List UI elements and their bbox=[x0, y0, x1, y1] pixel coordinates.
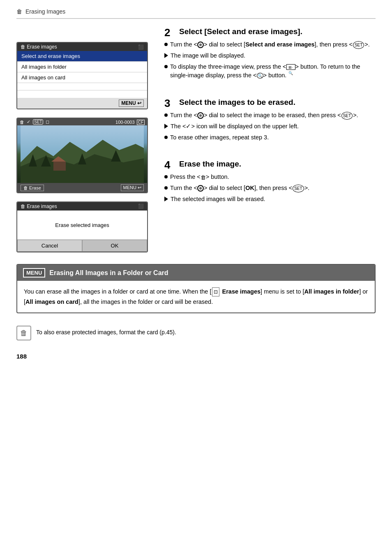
screen-icon-1: ⬛ bbox=[138, 44, 144, 50]
step-4-arrow-1: The selected images will be erased. bbox=[164, 195, 376, 204]
screen-titlebar-1: 🗑 Erase images ⬛ bbox=[17, 43, 147, 51]
note-icon: 🗑 bbox=[16, 326, 31, 340]
photo-trash-icon: 🗑 bbox=[20, 120, 24, 125]
bottom-header: MENU Erasing All Images in a Folder or C… bbox=[17, 265, 375, 281]
screen-title-1: 🗑 Erase images bbox=[21, 44, 57, 50]
photo-status-left: 🗑 ✓ SET ◻ bbox=[20, 119, 49, 125]
step-3-bullet-1-text: Turn the <> dial to select the image to … bbox=[170, 111, 358, 120]
mountain-svg bbox=[17, 125, 147, 183]
step-4-bullet-1: Press the <🗑> button. bbox=[164, 173, 376, 182]
photo-set-icon: SET bbox=[33, 119, 43, 125]
step-3-title: Select the images to be erased. bbox=[179, 98, 295, 107]
step-4-title: Erase the image. bbox=[179, 160, 241, 169]
erase-confirm-buttons: Cancel OK bbox=[17, 239, 147, 252]
step-4-header: 4 Erase the image. bbox=[164, 160, 376, 170]
step-3-bullet-2: To erase other images, repeat step 3. bbox=[164, 133, 376, 142]
erase-confirm-titlebar: 🗑 Erase images ⬛ bbox=[17, 202, 147, 211]
step-4-body: Press the <🗑> button. Turn the <> dial t… bbox=[164, 173, 376, 204]
note-section: 🗑 To also erase protected images, format… bbox=[16, 326, 376, 345]
header-title: Erasing Images bbox=[25, 8, 65, 15]
step-2-body: Turn the <> dial to select [Select and e… bbox=[164, 40, 376, 80]
menu-return-1: MENU ↩ bbox=[119, 99, 144, 107]
menu-item-3: All images on card bbox=[17, 72, 147, 83]
screenshots-column: 🗑 Erase images ⬛ Select and erase images… bbox=[16, 27, 156, 252]
bullet-4 bbox=[164, 136, 168, 139]
photo-statusbar: 🗑 ✓ SET ◻ 100-0003 CF bbox=[17, 118, 147, 125]
photo-cf-icon: CF bbox=[137, 120, 145, 125]
step-4-number: 4 bbox=[164, 160, 176, 170]
bottom-section-title: Erasing All Images in a Folder or Card bbox=[49, 269, 168, 277]
menu-item-2: All images in folder bbox=[17, 62, 147, 72]
screen-footer-1: MENU ↩ bbox=[17, 98, 147, 109]
menu-item-empty-2 bbox=[17, 90, 147, 98]
step-2-arrow-1: The image will be displayed. bbox=[164, 51, 376, 60]
erase-confirm-text: Erase selected images bbox=[55, 222, 109, 228]
screen-erase-confirm: 🗑 Erase images ⬛ Erase selected images C… bbox=[16, 201, 148, 252]
page-number: 188 bbox=[16, 353, 376, 360]
erase-confirm-title: 🗑 Erase images bbox=[21, 204, 57, 209]
main-content: 🗑 Erase images ⬛ Select and erase images… bbox=[16, 27, 376, 360]
bottom-body: You can erase all the images in a folder… bbox=[17, 281, 375, 312]
step-3-bullet-2-text: To erase other images, repeat step 3. bbox=[170, 133, 269, 142]
svg-rect-3 bbox=[53, 162, 66, 171]
photo-footer-erase: 🗑 Erase bbox=[21, 185, 44, 191]
step-2-bullet-2: To display the three-image view, press t… bbox=[164, 62, 376, 81]
step-3-arrow-1-text: The <✓> icon will be displayed on the up… bbox=[171, 122, 299, 131]
step-2-bullet-1-text: Turn the <> dial to select [Select and e… bbox=[170, 40, 370, 49]
bullet-5 bbox=[164, 175, 168, 178]
bullet-6 bbox=[164, 186, 168, 190]
arrow-3 bbox=[164, 197, 168, 201]
screen-photo: 🗑 ✓ SET ◻ 100-0003 CF bbox=[16, 118, 148, 193]
step-3-header: 3 Select the images to be erased. bbox=[164, 98, 376, 109]
step-2-arrow-1-text: The image will be displayed. bbox=[171, 51, 245, 60]
instructions-column: 2 Select [Select and erase images]. Turn… bbox=[164, 27, 376, 206]
bottom-body-text: You can erase all the images in a folder… bbox=[24, 287, 368, 307]
step-3-block: 3 Select the images to be erased. Turn t… bbox=[164, 98, 376, 144]
note-text: To also erase protected images, format t… bbox=[36, 326, 176, 337]
note-icon-symbol: 🗑 bbox=[20, 329, 28, 338]
step-3-body: Turn the <> dial to select the image to … bbox=[164, 111, 376, 142]
step-4-arrow-1-text: The selected images will be erased. bbox=[171, 195, 265, 204]
photo-check-icon: ✓ bbox=[27, 119, 30, 125]
photo-footer: 🗑 Erase MENU ↩ bbox=[17, 183, 147, 192]
page-header: 🗑 Erasing Images bbox=[16, 8, 376, 15]
photo-status-right: 100-0003 CF bbox=[115, 120, 145, 125]
step-2-header: 2 Select [Select and erase images]. bbox=[164, 27, 376, 38]
menu-badge: MENU bbox=[23, 268, 45, 278]
menu-item-empty-1 bbox=[17, 83, 147, 90]
photo-image-area bbox=[17, 125, 147, 183]
step-4-block: 4 Erase the image. Press the <🗑> button.… bbox=[164, 160, 376, 206]
bullet-3 bbox=[164, 113, 168, 117]
step-2-bullet-2-text: To display the three-image view, press t… bbox=[170, 62, 376, 81]
step-2-bullet-1: Turn the <> dial to select [Select and e… bbox=[164, 40, 376, 49]
step-3-bullet-1: Turn the <> dial to select the image to … bbox=[164, 111, 376, 120]
arrow-1 bbox=[164, 53, 168, 58]
erase-confirm-body: Erase selected images bbox=[17, 211, 147, 239]
ok-button[interactable]: OK bbox=[82, 240, 147, 252]
bullet-2 bbox=[164, 65, 168, 68]
step-3-number: 3 bbox=[164, 98, 176, 109]
menu-item-1: Select and erase images bbox=[17, 51, 147, 62]
arrow-2 bbox=[164, 124, 168, 129]
header-icon: 🗑 bbox=[16, 8, 22, 15]
photo-footer-menu: MENU ↩ bbox=[121, 184, 144, 191]
step-2-title: Select [Select and erase images]. bbox=[179, 27, 302, 37]
step-4-bullet-2: Turn the <> dial to select [OK], then pr… bbox=[164, 184, 376, 193]
step-2-block: 2 Select [Select and erase images]. Turn… bbox=[164, 27, 376, 82]
cancel-button[interactable]: Cancel bbox=[17, 240, 82, 252]
bullet-1 bbox=[164, 43, 168, 46]
erasing-all-images-section: MENU Erasing All Images in a Folder or C… bbox=[16, 264, 376, 313]
erase-confirm-icon: ⬛ bbox=[138, 204, 144, 209]
menu-badge-text: MENU bbox=[26, 270, 42, 276]
step-3-arrow-1: The <✓> icon will be displayed on the up… bbox=[164, 122, 376, 131]
photo-square-icon: ◻ bbox=[46, 119, 49, 125]
step-4-bullet-2-text: Turn the <> dial to select [OK], then pr… bbox=[170, 184, 309, 193]
step-2-number: 2 bbox=[164, 27, 176, 38]
step-4-bullet-1-text: Press the <🗑> button. bbox=[170, 173, 229, 182]
screen-erase-menu: 🗑 Erase images ⬛ Select and erase images… bbox=[16, 42, 148, 109]
